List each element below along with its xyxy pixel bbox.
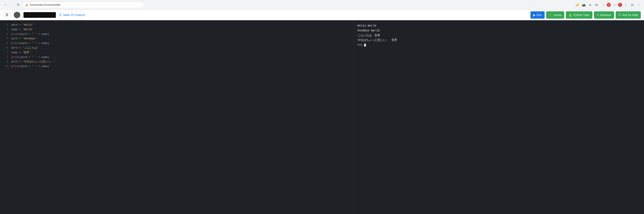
code-content-6: word = 'こんにちは'	[11, 46, 39, 50]
user-name-bar	[24, 12, 56, 18]
code-content-8: print(word + ' ' + name)	[11, 55, 49, 60]
line-number-4: 4	[2, 37, 8, 41]
code-line-4: 4 word = 'Goodbye'	[0, 36, 354, 41]
more-options-icon[interactable]: ⋮	[636, 2, 642, 8]
table-of-contents-button[interactable]: ☰ Table of Contents	[59, 13, 85, 16]
birdseye-button[interactable]: ✎ birdseye	[594, 11, 614, 19]
code-content-10: print(word + ' ' + name)	[11, 64, 49, 69]
code-editor[interactable]: 1 word = 'Hello' 2 name = 'World' 3 prin…	[0, 20, 354, 214]
grid-icon[interactable]: ⊞	[594, 2, 600, 8]
screen-record-icon[interactable]: ●	[607, 3, 611, 7]
toolbar-right: ▶ Run 🐛 snoop 🐍 Python Tutor ✎ birdseye …	[530, 11, 641, 19]
browser-actions: 🔑 📸 ★ ⊞ ↓ ● □ ! ↓ M ⋮	[574, 2, 642, 8]
code-content-2: name = 'World'	[11, 28, 34, 32]
app-header: ☰ ☰ Table of Contents ▶ Run 🐛 snoop 🐍 Py…	[0, 10, 644, 20]
code-line-9: 9 word = '今日はちょっと悲しい。'	[0, 60, 354, 64]
address-bar[interactable]: 🔒 futurecoder.io/course/#ide	[23, 2, 144, 8]
output-line-3: こんにちは 世界	[358, 33, 641, 38]
python-tutor-button[interactable]: 🐍 Python Tutor	[566, 11, 592, 19]
code-content-1: word = 'Hello'	[11, 23, 34, 27]
cursor	[364, 44, 366, 46]
run-label: Run	[537, 13, 542, 16]
line-number-3: 3	[2, 32, 8, 36]
bookmark-star-icon[interactable]: ★	[587, 2, 593, 8]
birdseye-label: birdseye	[600, 13, 611, 16]
snoop-label: snoop	[554, 13, 562, 16]
line-number-2: 2	[2, 28, 8, 32]
hamburger-button[interactable]: ☰	[3, 11, 10, 19]
code-line-8: 8 print(word + ' ' + name)	[0, 55, 354, 60]
code-line-10: 10 print(word + ' ' + name)	[0, 64, 354, 69]
output-line-2: Goodbye World	[358, 28, 641, 33]
code-content-9: word = '今日はちょっと悲しい。'	[11, 60, 54, 64]
code-content-5: print(word + ' ' + name)	[11, 41, 49, 46]
code-content-3: print(word + ' ' + name)	[11, 32, 49, 36]
code-content-7: name = '世界'	[11, 50, 31, 55]
code-line-6: 6 word = 'こんにちは'	[0, 46, 354, 50]
code-line-5: 5 print(word + ' ' + name)	[0, 41, 354, 46]
output-prompt: >>>	[358, 43, 364, 46]
hamburger-icon: ☰	[6, 13, 8, 17]
toc-icon: ☰	[59, 13, 62, 16]
toc-label: Table of Contents	[63, 13, 85, 16]
line-number-1: 1	[2, 23, 8, 27]
code-line-3: 3 print(word + ' ' + name)	[0, 32, 354, 37]
ask-help-label: Ask for Help	[622, 13, 638, 16]
code-line-1: 1 word = 'Hello'	[0, 23, 354, 27]
snoop-button[interactable]: 🐛 snoop	[546, 11, 564, 19]
ask-help-icon: ⓘ	[618, 13, 621, 17]
birdseye-icon: ✎	[597, 13, 599, 16]
line-number-9: 9	[2, 60, 8, 64]
extension-1-icon[interactable]: □	[612, 2, 617, 8]
password-icon[interactable]: 🔑	[574, 2, 580, 8]
run-button[interactable]: ▶ Run	[530, 11, 545, 19]
line-number-6: 6	[2, 46, 8, 50]
python-tutor-label: Python Tutor	[573, 13, 589, 16]
forward-button[interactable]: →	[9, 2, 14, 8]
line-number-10: 10	[2, 64, 8, 69]
output-panel: Hello World Goodbye World こんにちは 世界 今日はちょ…	[354, 20, 644, 214]
profile-icon[interactable]: M	[630, 2, 635, 8]
output-line-4: 今日はちょっと悲しい。 世界	[358, 38, 641, 43]
line-number-8: 8	[2, 55, 8, 60]
code-line-7: 7 name = '世界'	[0, 50, 354, 55]
back-button[interactable]: ←	[2, 2, 8, 8]
nav-buttons: ← → ↻	[2, 2, 21, 8]
run-icon: ▶	[533, 13, 536, 16]
screenshot-icon[interactable]: 📸	[581, 2, 586, 8]
download-icon[interactable]: ↓	[600, 2, 606, 8]
output-line-1: Hello World	[358, 24, 641, 28]
url-text: futurecoder.io/course/#ide	[30, 3, 60, 6]
ask-help-button[interactable]: ⓘ Ask for Help	[616, 11, 641, 19]
user-avatar	[14, 12, 20, 18]
lock-icon: 🔒	[25, 4, 28, 6]
snoop-icon: 🐛	[549, 13, 552, 16]
extension-2-icon[interactable]: ↓	[623, 2, 628, 8]
code-line-2: 2 name = 'World'	[0, 27, 354, 32]
notification-icon[interactable]: !	[618, 3, 622, 7]
code-content-4: word = 'Goodbye'	[11, 37, 37, 41]
browser-chrome: ← → ↻ 🔒 futurecoder.io/course/#ide 🔑 📸 ★…	[0, 0, 644, 10]
line-number-5: 5	[2, 41, 8, 46]
line-number-7: 7	[2, 50, 8, 55]
python-tutor-icon: 🐍	[569, 13, 572, 16]
main-content: 1 word = 'Hello' 2 name = 'World' 3 prin…	[0, 20, 644, 214]
output-prompt-line: >>>	[358, 43, 641, 48]
reload-button[interactable]: ↻	[16, 2, 21, 8]
